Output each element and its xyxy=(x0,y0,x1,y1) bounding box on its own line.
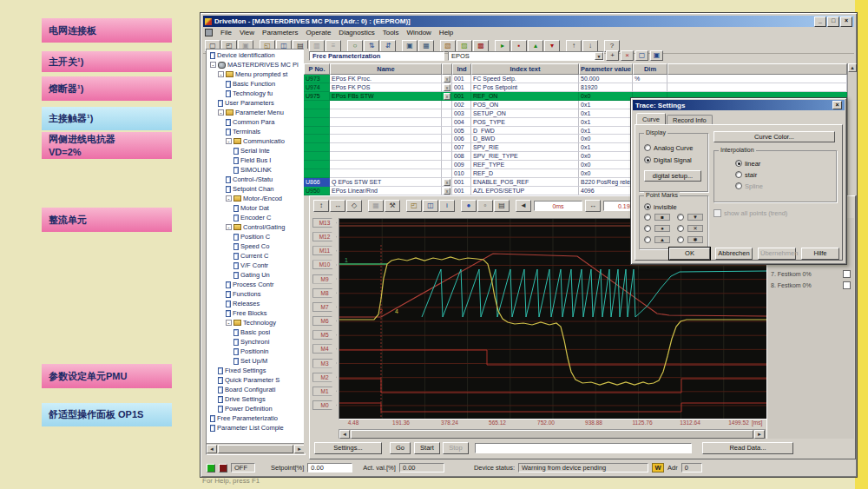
scale-auto-icon[interactable]: ◇ xyxy=(346,200,362,212)
close-button[interactable]: × xyxy=(840,17,852,27)
trace-info-field[interactable] xyxy=(475,443,692,453)
column-header[interactable]: Ind xyxy=(452,63,471,75)
tree-item[interactable]: Current C xyxy=(207,251,304,261)
digital-signal-radio[interactable]: Digital Signal xyxy=(644,155,692,165)
stop-button[interactable]: Stop xyxy=(443,442,469,454)
scrollbar-thumb[interactable] xyxy=(218,445,293,453)
settings-button[interactable]: Settings... xyxy=(314,442,382,454)
tree-item[interactable]: -Communicatio xyxy=(207,136,304,146)
new-list-button[interactable]: ▢ xyxy=(635,50,648,61)
channel-tag[interactable]: M13 xyxy=(312,218,337,228)
tree-item[interactable]: Drive Settings xyxy=(207,394,304,404)
scroll-right-icon[interactable]: ► xyxy=(754,430,765,439)
index-expand-button[interactable]: x xyxy=(444,93,450,100)
tab-curve[interactable]: Curve xyxy=(636,113,666,125)
channel-tag[interactable]: M9 xyxy=(312,274,337,284)
stair-radio[interactable]: stair xyxy=(735,169,757,180)
channel-tag[interactable]: M2 xyxy=(312,373,337,382)
column-header[interactable] xyxy=(667,63,847,75)
scale-y-icon[interactable]: ↕ xyxy=(313,200,329,212)
tree-item[interactable]: Quick Parameter S xyxy=(207,375,304,385)
read-data-button[interactable]: Read Data... xyxy=(702,442,793,454)
open-trace-icon[interactable]: ◰ xyxy=(406,200,422,212)
channel-tag[interactable]: M7 xyxy=(312,302,337,312)
spline-radio[interactable]: Spline xyxy=(735,181,763,191)
tree-item[interactable]: Free Parameterizatio xyxy=(207,413,304,423)
dv-cursor-icon[interactable]: ↔ xyxy=(585,200,601,212)
channel-list-item[interactable]: 8. Festkom 0% xyxy=(771,281,851,290)
expander-icon[interactable]: - xyxy=(226,320,232,326)
channel-tag[interactable]: M12 xyxy=(312,232,337,241)
channel-tag[interactable]: M5 xyxy=(312,330,337,340)
tree-item[interactable]: Synchroni xyxy=(207,337,304,347)
tree-item[interactable]: Functions xyxy=(207,289,304,299)
grid-icon[interactable]: ▦ xyxy=(368,200,384,212)
expander-icon[interactable]: - xyxy=(218,71,224,77)
menu-view[interactable]: View xyxy=(240,29,254,36)
tree-item[interactable]: SIMOLINK xyxy=(207,165,304,175)
title-bar[interactable]: DriveMon - [MASTERDRIVES MC Plus (Adr.: … xyxy=(203,16,854,27)
ok-button[interactable]: OK xyxy=(669,248,710,260)
tree-item[interactable]: Speed Co xyxy=(207,241,304,251)
point-mark-radio[interactable] xyxy=(644,214,651,221)
tree-item[interactable]: Process Contr xyxy=(207,280,304,289)
dt-cursor-icon[interactable]: ◄ xyxy=(516,200,531,212)
menu-help[interactable]: Help xyxy=(439,29,453,36)
expander-icon[interactable]: - xyxy=(218,109,224,116)
tree-item[interactable]: Field Bus I xyxy=(207,155,304,165)
tree-item[interactable]: Common Para xyxy=(207,117,304,127)
tree-item[interactable]: Terminals xyxy=(207,127,304,136)
column-header[interactable]: Dim xyxy=(633,63,667,75)
tree-horizontal-scrollbar[interactable]: ◄ ► xyxy=(207,443,305,454)
on-led-icon[interactable] xyxy=(207,464,215,472)
tree-item[interactable]: Parameter List Comple xyxy=(207,423,304,433)
digital-setup-button[interactable]: digital setup... xyxy=(644,170,701,182)
channel-tag[interactable]: M6 xyxy=(312,316,337,326)
tree-item[interactable]: Position C xyxy=(207,232,304,241)
point-mark-radio[interactable] xyxy=(677,236,684,243)
column-header[interactable]: Parameter value xyxy=(579,63,633,75)
dialog-title-bar[interactable]: Trace: Settings × xyxy=(633,100,845,110)
expander-icon[interactable]: - xyxy=(226,224,232,230)
column-header[interactable]: Name xyxy=(330,63,442,75)
channel-tag[interactable]: M8 xyxy=(312,288,337,298)
tree-item[interactable]: -Menu prompted st xyxy=(207,69,304,79)
close-icon[interactable]: × xyxy=(832,101,842,109)
table-vertical-scrollbar[interactable]: ▲ xyxy=(847,63,857,195)
setpoint-field[interactable]: 0.00 xyxy=(307,463,352,472)
minimize-button[interactable]: _ xyxy=(814,17,826,27)
expander-icon[interactable]: - xyxy=(210,62,216,68)
menu-file[interactable]: File xyxy=(220,29,232,36)
tree-item[interactable]: Free Blocks xyxy=(207,308,304,318)
tree-item[interactable]: Encoder C xyxy=(207,213,304,222)
channel-tag[interactable]: M0 xyxy=(312,400,337,410)
tree-item[interactable]: Serial Inte xyxy=(207,146,304,155)
trace-horizontal-scrollbar[interactable]: ◄ ► xyxy=(339,429,766,439)
off-led-icon[interactable] xyxy=(219,464,227,472)
print-trace-icon[interactable]: ▤ xyxy=(494,200,510,212)
copy-list-button[interactable]: ▣ xyxy=(650,50,663,61)
tree-item[interactable]: Basic posi xyxy=(207,327,304,337)
delete-set-button[interactable]: × xyxy=(621,50,634,61)
tree-item[interactable]: Power Definition xyxy=(207,404,304,413)
column-header[interactable] xyxy=(442,63,452,75)
maximize-button[interactable]: □ xyxy=(827,17,839,27)
column-header[interactable]: Index text xyxy=(471,63,579,75)
tree-item[interactable]: Setpoint Chan xyxy=(207,184,304,194)
tree-item[interactable]: Positionin xyxy=(207,347,304,356)
help-button[interactable]: Hilfe xyxy=(801,248,839,260)
point-mark-radio[interactable] xyxy=(644,236,651,243)
tree-item[interactable]: Control-/Statu xyxy=(207,175,304,184)
tree-item[interactable]: V/F Contr xyxy=(207,261,304,270)
index-expand-button[interactable]: x xyxy=(444,84,450,91)
curve-color-button[interactable]: Curve Color... xyxy=(713,131,835,142)
tree-item[interactable]: -Control/Gating xyxy=(207,222,304,232)
channel-tag[interactable]: M3 xyxy=(312,359,337,368)
channel-tag[interactable]: M11 xyxy=(312,246,337,255)
parameter-set-combo[interactable]: EPOS ▼ xyxy=(448,51,604,61)
cursor-1-icon[interactable]: ● xyxy=(461,200,477,212)
tree-item[interactable]: -Parameter Menu xyxy=(207,108,304,117)
linear-radio[interactable]: linear xyxy=(735,158,760,169)
point-mark-radio[interactable] xyxy=(644,225,651,232)
index-expand-button[interactable]: x xyxy=(444,188,450,195)
